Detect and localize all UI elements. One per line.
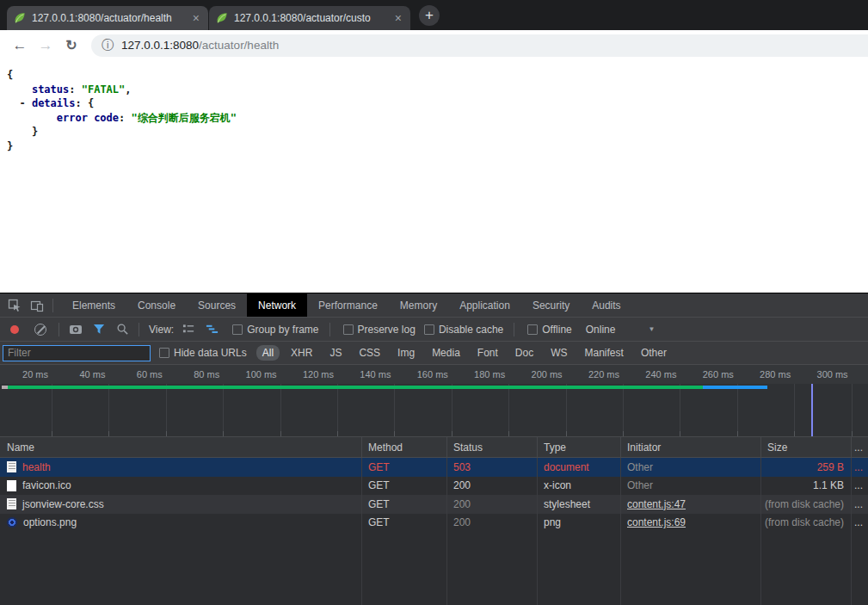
devtools-tab[interactable]: Security bbox=[521, 293, 581, 317]
reload-button[interactable]: ↻ bbox=[58, 37, 84, 53]
type-filter-pill[interactable]: WS bbox=[545, 345, 573, 361]
devtools-tab[interactable]: Elements bbox=[61, 293, 126, 317]
json-punctuation bbox=[7, 112, 57, 124]
capture-screenshots-icon[interactable] bbox=[64, 323, 88, 336]
device-toolbar-icon[interactable] bbox=[26, 294, 48, 317]
column-header-name[interactable]: Name bbox=[0, 437, 362, 457]
group-by-frame-checkbox[interactable] bbox=[232, 324, 243, 335]
plus-icon: + bbox=[425, 7, 434, 24]
ruler-tick-label: 240 ms bbox=[623, 369, 676, 380]
type-filter-pill[interactable]: Img bbox=[391, 345, 421, 361]
type-filter-pill[interactable]: Media bbox=[426, 345, 466, 361]
overview-green-bar bbox=[8, 386, 703, 389]
address-bar[interactable]: ⓘ 127.0.0.1:8080/actuator/health bbox=[91, 34, 868, 57]
tab-close-icon[interactable]: × bbox=[393, 12, 403, 24]
hide-data-urls-checkbox[interactable] bbox=[159, 348, 169, 358]
network-overview[interactable] bbox=[0, 384, 868, 437]
type-filter-pill[interactable]: Doc bbox=[509, 345, 539, 361]
overview-waterfall-icon[interactable] bbox=[200, 323, 224, 336]
type-filter-pill[interactable]: Font bbox=[471, 345, 504, 361]
column-header-waterfall[interactable]: ... bbox=[852, 437, 868, 457]
preserve-log-label: Preserve log bbox=[358, 324, 416, 336]
overview-tick-stub bbox=[108, 431, 109, 436]
overview-gridline bbox=[108, 384, 109, 436]
request-name: options.png bbox=[23, 516, 77, 528]
request-initiator[interactable]: content.js:47 bbox=[621, 495, 761, 514]
new-tab-button[interactable]: + bbox=[419, 5, 440, 26]
request-name-cell: options.png bbox=[0, 514, 362, 533]
type-filter-pill[interactable]: XHR bbox=[285, 345, 318, 361]
load-event-marker bbox=[811, 384, 813, 436]
info-icon[interactable]: ⓘ bbox=[102, 38, 114, 53]
column-header-status[interactable]: Status bbox=[447, 437, 538, 457]
overview-tick-stub bbox=[394, 431, 395, 436]
request-rows-list-icon[interactable] bbox=[177, 323, 200, 336]
inspect-element-icon[interactable] bbox=[3, 294, 26, 317]
request-type: stylesheet bbox=[538, 495, 621, 514]
overview-tick-stub bbox=[852, 431, 853, 436]
type-filter-pill[interactable]: Manifest bbox=[579, 345, 630, 361]
back-button[interactable]: ← bbox=[7, 37, 33, 54]
search-icon[interactable] bbox=[111, 323, 134, 336]
forward-button[interactable]: → bbox=[33, 37, 58, 54]
page-content: { status: "FATAL", - details: { error co… bbox=[0, 60, 868, 293]
network-request-row[interactable]: jsonview-core.css GET 200 stylesheet con… bbox=[0, 495, 868, 514]
request-initiator[interactable]: Other bbox=[621, 477, 761, 496]
preserve-log-checkbox[interactable] bbox=[343, 324, 354, 335]
offline-checkbox[interactable] bbox=[527, 324, 538, 335]
file-type-icon bbox=[7, 517, 17, 528]
request-name: jsonview-core.css bbox=[22, 498, 104, 510]
file-type-icon bbox=[7, 498, 16, 509]
tab-close-icon[interactable]: × bbox=[191, 12, 201, 24]
devtools-tab[interactable]: Console bbox=[126, 293, 187, 317]
request-waterfall: ... bbox=[852, 514, 868, 533]
request-status: 200 bbox=[447, 477, 538, 496]
json-punctuation bbox=[7, 97, 19, 109]
json-key: error code bbox=[57, 112, 119, 124]
browser-tabs: 127.0.0.1:8080/actuator/health × 127.0.0… bbox=[7, 6, 411, 30]
overview-tick-stub bbox=[280, 431, 281, 436]
devtools-tab[interactable]: Network bbox=[247, 293, 307, 317]
devtools-tab[interactable]: Application bbox=[448, 293, 521, 317]
ruler-tick-label: 120 ms bbox=[280, 369, 334, 380]
request-initiator[interactable]: content.js:69 bbox=[621, 514, 761, 533]
request-initiator[interactable]: Other bbox=[621, 458, 761, 477]
browser-tab[interactable]: 127.0.0.1:8080/actuator/custo × bbox=[209, 6, 410, 30]
request-name-cell: favicon.ico bbox=[0, 477, 362, 496]
throttling-select[interactable]: Online bbox=[586, 324, 616, 336]
devtools-tab[interactable]: Sources bbox=[187, 293, 247, 317]
request-type: x-icon bbox=[538, 477, 621, 496]
spring-leaf-favicon bbox=[14, 12, 26, 24]
column-header-type[interactable]: Type bbox=[538, 437, 621, 457]
disable-cache-checkbox[interactable] bbox=[424, 324, 434, 335]
overview-gridline bbox=[337, 384, 338, 436]
filter-funnel-icon[interactable] bbox=[88, 323, 111, 336]
type-filter-pill[interactable]: All bbox=[256, 345, 280, 361]
json-value: "FATAL" bbox=[82, 83, 126, 96]
ruler-tick-label: 100 ms bbox=[224, 369, 277, 380]
json-viewer: { status: "FATAL", - details: { error co… bbox=[0, 60, 868, 153]
type-filter-pill[interactable]: Other bbox=[635, 345, 673, 361]
network-request-row[interactable]: options.png GET 200 png content.js:69 (f… bbox=[0, 514, 868, 533]
network-request-row[interactable]: health GET 503 document Other 259 B ... bbox=[0, 458, 868, 477]
column-header-size[interactable]: Size bbox=[761, 437, 852, 457]
browser-tab[interactable]: 127.0.0.1:8080/actuator/health × bbox=[7, 6, 208, 30]
type-filter-pill[interactable]: CSS bbox=[353, 345, 386, 361]
devtools-tab[interactable]: Memory bbox=[389, 293, 448, 317]
json-collapse-toggle[interactable]: - bbox=[19, 97, 25, 109]
overview-gridline bbox=[52, 384, 52, 436]
ruler-tick-label: 80 ms bbox=[166, 369, 219, 380]
devtools-tab[interactable]: Performance bbox=[307, 293, 389, 317]
clear-icon[interactable] bbox=[34, 324, 46, 336]
overview-gridline bbox=[566, 384, 567, 436]
network-request-row[interactable]: favicon.ico GET 200 x-icon Other 1.1 KB … bbox=[0, 477, 868, 496]
type-filter-pill[interactable]: JS bbox=[323, 345, 348, 361]
overview-gridline bbox=[623, 384, 624, 436]
column-header-initiator[interactable]: Initiator bbox=[621, 437, 761, 457]
record-icon[interactable] bbox=[10, 325, 19, 334]
chevron-down-icon: ▼ bbox=[648, 325, 655, 333]
request-type: document bbox=[538, 458, 621, 477]
column-header-method[interactable]: Method bbox=[362, 437, 447, 457]
devtools-tab[interactable]: Audits bbox=[581, 293, 631, 317]
filter-input[interactable] bbox=[3, 345, 151, 361]
